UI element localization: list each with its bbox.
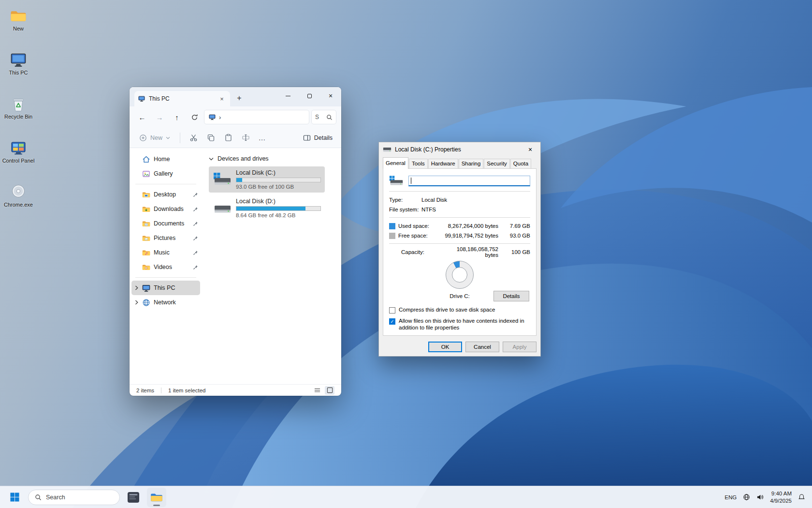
tab-hardware[interactable]: Hardware [428, 159, 458, 168]
details-button[interactable]: Details [493, 291, 529, 301]
compress-checkbox[interactable] [389, 307, 395, 314]
taskbar-app-dark[interactable] [124, 488, 143, 507]
explorer-tab-this-pc[interactable]: This PC × [134, 91, 230, 106]
sidebar-item-network[interactable]: Network [131, 295, 200, 310]
up-button[interactable]: ↑ [169, 110, 185, 124]
tab-tools[interactable]: Tools [409, 159, 428, 168]
sidebar-item-pictures[interactable]: Pictures [131, 231, 200, 245]
refresh-button[interactable] [187, 110, 202, 124]
copy-button[interactable] [203, 130, 219, 146]
new-tab-button[interactable]: + [233, 92, 246, 105]
sidebar-item-documents[interactable]: Documents [131, 216, 200, 231]
devices-section-header[interactable]: Devices and drives [209, 153, 334, 164]
clock[interactable]: 9:40 AM 4/9/2025 [770, 490, 792, 505]
forward-button: → [152, 110, 167, 124]
sidebar-item-desktop[interactable]: Desktop [131, 187, 200, 202]
sidebar-item-home[interactable]: Home [131, 152, 200, 166]
index-option-row[interactable]: ✓ Allow files on this drive to have cont… [389, 318, 530, 331]
desktop-icon-chrome-exe[interactable]: Chrome.exe [1, 184, 36, 208]
details-pane-label: Details [314, 134, 333, 141]
details-pane-button[interactable]: Details [299, 130, 336, 146]
rename-icon [242, 134, 250, 142]
index-checkbox[interactable]: ✓ [389, 318, 395, 325]
volume-icon[interactable] [756, 493, 764, 501]
tab-close-button[interactable]: × [218, 94, 226, 103]
dialog-close-button[interactable]: × [520, 143, 540, 156]
this-pc-icon [142, 284, 150, 292]
pictures-folder-icon [142, 234, 150, 242]
tab-sharing[interactable]: Sharing [459, 159, 484, 168]
start-button[interactable] [5, 488, 24, 507]
rename-button[interactable] [237, 130, 254, 146]
explorer-navbar: ← → ↑ › S [130, 106, 341, 128]
notification-bell-icon[interactable] [798, 493, 805, 501]
maximize-button[interactable] [299, 87, 320, 105]
sidebar-item-music[interactable]: Music [131, 245, 200, 260]
tab-general[interactable]: General [383, 157, 408, 169]
this-pc-icon [209, 114, 216, 120]
windows-logo-icon [10, 492, 20, 502]
chevron-right-icon[interactable] [134, 300, 139, 305]
apply-button: Apply [503, 342, 536, 352]
tab-security[interactable]: Security [484, 159, 510, 168]
filesystem-label: File system: [389, 207, 421, 212]
language-indicator[interactable]: ENG [725, 494, 737, 500]
chevron-right-icon[interactable] [134, 285, 139, 290]
desktop-icon-new[interactable]: New [1, 8, 36, 32]
cancel-button[interactable]: Cancel [465, 342, 499, 352]
taskbar-search[interactable]: Search [28, 490, 120, 505]
dialog-titlebar: Local Disk (C:) Properties × [379, 142, 540, 157]
drive-d-tile[interactable]: Local Disk (D:) 8.64 GB free of 48.2 GB [209, 195, 325, 221]
sidebar-item-this-pc[interactable]: This PC [131, 281, 200, 295]
this-pc-icon [138, 95, 145, 102]
address-bar[interactable]: › [204, 110, 309, 124]
used-space-row: Used space: 8,267,264,000 bytes 7.69 GB [389, 221, 530, 231]
close-button[interactable]: × [320, 87, 341, 105]
tray-time: 9:40 AM [770, 490, 792, 497]
documents-folder-icon [142, 220, 150, 228]
sidebar-item-downloads[interactable]: Downloads [131, 202, 200, 216]
new-item-label: New [150, 134, 162, 141]
desktop: New This PC Recycle Bin Control Panel Ch… [0, 0, 812, 508]
explorer-search[interactable]: S [311, 110, 336, 124]
properties-tabs: General Tools Hardware Sharing Security … [379, 157, 540, 168]
taskbar-file-explorer[interactable] [147, 488, 166, 507]
separator [389, 243, 530, 244]
network-icon[interactable] [743, 493, 750, 501]
search-label: Search [46, 494, 65, 501]
used-size: 7.69 GB [498, 223, 530, 229]
separator [389, 191, 530, 192]
clipboard-icon [224, 134, 232, 142]
copy-icon [207, 134, 215, 142]
desktop-icon-control-panel[interactable]: Control Panel [1, 140, 36, 164]
thumbnail-view-button[interactable] [325, 386, 334, 395]
desktop-icon-label: Control Panel [2, 158, 35, 164]
explorer-statusbar: 2 items 1 item selected [130, 384, 341, 396]
filesystem-value: NTFS [421, 207, 436, 212]
compress-option-row[interactable]: Compress this drive to save disk space [389, 307, 530, 314]
back-button[interactable]: ← [134, 110, 150, 124]
ok-button[interactable]: OK [428, 342, 462, 352]
recycle-bin-icon [10, 96, 27, 112]
minimize-button[interactable] [277, 87, 299, 105]
paste-button[interactable] [220, 130, 236, 146]
new-item-button[interactable]: New [134, 130, 175, 146]
separator [389, 217, 530, 218]
more-options-button[interactable]: … [255, 130, 269, 146]
capacity-row: Capacity: 108,186,058,752 bytes 100 GB [389, 247, 530, 257]
volume-label-input[interactable] [408, 176, 530, 186]
tab-quota[interactable]: Quota [510, 159, 531, 168]
drive-c-tile[interactable]: Local Disk (C:) 93.0 GB free of 100 GB [209, 166, 325, 193]
desktop-icon-recycle-bin[interactable]: Recycle Bin [1, 96, 36, 120]
monitor-icon [10, 52, 27, 68]
desktop-icon-this-pc[interactable]: This PC [1, 52, 36, 76]
folder-icon [10, 8, 27, 24]
desktop-icon-label: New [13, 26, 24, 32]
cut-button[interactable] [185, 130, 202, 146]
list-view-button[interactable] [312, 386, 322, 395]
sidebar-item-videos[interactable]: Videos [131, 260, 200, 274]
system-tray: ENG 9:40 AM 4/9/2025 [725, 490, 807, 505]
sidebar-item-gallery[interactable]: Gallery [131, 166, 200, 181]
gallery-icon [142, 170, 150, 178]
network-globe-icon [142, 299, 150, 307]
